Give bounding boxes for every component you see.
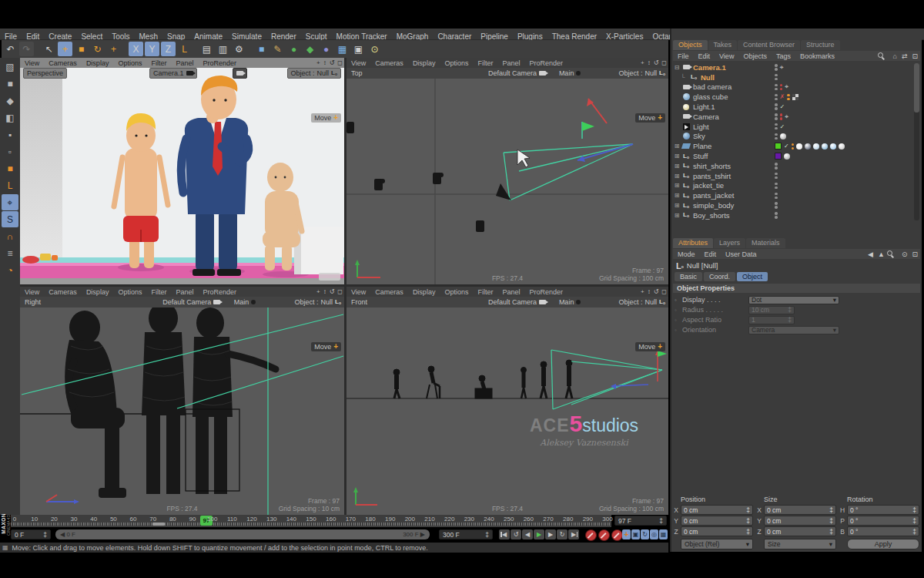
- viewport-menu-display[interactable]: Display: [408, 288, 440, 296]
- attr-stepper-field[interactable]: 10 cm‡: [748, 306, 795, 314]
- camera-icon[interactable]: ▣: [351, 42, 366, 56]
- primitive-cube-icon[interactable]: ■: [254, 42, 269, 56]
- visibility-dots-icon[interactable]: [780, 113, 783, 120]
- viewport-menu-prorender[interactable]: ProRender: [524, 59, 567, 67]
- collapse-icon[interactable]: ⊟: [673, 64, 681, 71]
- attr-prefix-icon[interactable]: ◦: [675, 307, 682, 314]
- tree-row-stuff[interactable]: ⊞LoStuff: [673, 151, 913, 161]
- disabled-x-icon[interactable]: ✗: [780, 93, 785, 100]
- play-preview-button[interactable]: ↺: [511, 529, 521, 539]
- viewport-menu-cameras[interactable]: Cameras: [44, 288, 82, 296]
- render-settings-icon[interactable]: ⚙: [232, 42, 246, 56]
- material-tag-icon[interactable]: [796, 143, 802, 150]
- coord-system-icon[interactable]: L: [177, 42, 192, 56]
- visibility-dots-icon[interactable]: [787, 94, 790, 101]
- viewport-menu-filter[interactable]: Filter: [473, 59, 497, 67]
- expand-icon[interactable]: ⊞: [673, 173, 681, 180]
- frame-icon[interactable]: ⊡: [909, 52, 920, 60]
- viewport-menu-panel[interactable]: Panel: [497, 59, 524, 67]
- viewport-menu-options[interactable]: Options: [440, 59, 473, 67]
- tree-row-light.1[interactable]: Light.1✓: [673, 102, 913, 112]
- viewport-label[interactable]: Right: [20, 298, 45, 306]
- search-icon[interactable]: [878, 52, 890, 60]
- attr-dropdown[interactable]: Dot▾: [748, 296, 839, 304]
- lock-icon[interactable]: ⊙: [899, 250, 910, 258]
- visibility-dots-icon[interactable]: [792, 143, 795, 150]
- expand-icon[interactable]: ⊞: [673, 163, 681, 170]
- target-tag-icon[interactable]: ⌖: [785, 113, 788, 121]
- viewport-menu-view[interactable]: View: [20, 59, 44, 67]
- viewport-menu-cameras[interactable]: Cameras: [44, 59, 82, 67]
- coord-field[interactable]: 0 °‡: [847, 505, 919, 515]
- zoom-view-icon[interactable]: ↕: [646, 288, 652, 295]
- tree-row-sky[interactable]: Sky: [673, 132, 913, 142]
- record-pla-toggle[interactable]: ▦: [659, 529, 668, 539]
- menu-mode[interactable]: Mode: [673, 250, 700, 258]
- magnet-icon[interactable]: ∩: [2, 228, 18, 244]
- tree-row-pants_tshirt[interactable]: ⊞Lopants_tshirt: [673, 171, 913, 181]
- viewport-camera-selector[interactable]: Default Camera: [488, 69, 546, 77]
- last-tool-icon[interactable]: +: [106, 42, 121, 56]
- tab-objects[interactable]: Objects: [673, 40, 708, 50]
- end-frame-field[interactable]: 300 F‡: [439, 529, 493, 539]
- enabled-check-icon[interactable]: ✓: [780, 123, 785, 130]
- viewport-menu-view[interactable]: View: [346, 288, 370, 296]
- stepper-icon[interactable]: ‡: [43, 531, 47, 539]
- hud-move-tool[interactable]: Move+: [311, 342, 341, 351]
- pan-view-icon[interactable]: +: [639, 59, 646, 66]
- next-frame-button[interactable]: ▶: [545, 529, 556, 539]
- tree-scrollbar[interactable]: [914, 63, 919, 220]
- coord-field[interactable]: 0 cm‡: [764, 505, 836, 515]
- expand-icon[interactable]: ⊞: [673, 182, 681, 189]
- viewport-menu-options[interactable]: Options: [113, 288, 146, 296]
- viewport-menu-view[interactable]: View: [346, 59, 370, 67]
- viewport-menu-view[interactable]: View: [20, 288, 44, 296]
- redo-icon[interactable]: ↷: [19, 42, 34, 56]
- maximize-view-icon[interactable]: ◻: [336, 59, 344, 66]
- maximize-view-icon[interactable]: ◻: [660, 59, 668, 66]
- visibility-dots-icon[interactable]: [775, 103, 778, 110]
- workplane-mode-icon[interactable]: ◧: [2, 109, 18, 126]
- coord-field[interactable]: 0 cm‡: [681, 526, 753, 536]
- coord-dropdown-objectrel[interactable]: Object (Rel)▾: [681, 539, 753, 549]
- hud-move-tool[interactable]: Move+: [311, 113, 341, 123]
- forward-icon[interactable]: ▲: [875, 250, 887, 258]
- viewport-menu-prorender[interactable]: ProRender: [198, 59, 241, 67]
- viewport-menu-cameras[interactable]: Cameras: [370, 59, 408, 67]
- spline-pen-icon[interactable]: ✎: [270, 42, 285, 56]
- make-editable-icon[interactable]: ▧: [2, 59, 18, 75]
- stepper-icon[interactable]: ‡: [912, 517, 916, 525]
- rotate-tool-icon[interactable]: ↻: [90, 42, 105, 56]
- stepper-icon[interactable]: ‡: [912, 528, 916, 536]
- viewport-menu-panel[interactable]: Panel: [497, 288, 524, 296]
- viewport-menu-prorender[interactable]: ProRender: [198, 288, 241, 296]
- target-tag-icon[interactable]: ⌖: [785, 82, 788, 91]
- visibility-dots-icon[interactable]: [775, 64, 778, 71]
- snap-icon[interactable]: S: [2, 211, 18, 227]
- coord-field[interactable]: 0 cm‡: [764, 516, 836, 526]
- material-tag-icon[interactable]: [839, 143, 845, 150]
- menu-bookmarks[interactable]: Bookmarks: [795, 52, 839, 60]
- material-tag-icon[interactable]: [780, 133, 786, 139]
- locked-workplane-icon[interactable]: ◔: [2, 262, 18, 278]
- frame-icon[interactable]: ⊡: [909, 250, 920, 258]
- coord-field[interactable]: 0 °‡: [847, 526, 919, 536]
- expand-icon[interactable]: ⊞: [673, 153, 681, 160]
- menu-edit[interactable]: Edit: [694, 52, 715, 60]
- current-frame-field[interactable]: 97 F‡: [614, 516, 667, 526]
- menu-edit[interactable]: Edit: [700, 250, 721, 258]
- render-picture-viewer-icon[interactable]: ▥: [216, 42, 230, 56]
- render-pass-selector[interactable]: Main: [234, 298, 256, 306]
- viewport-right[interactable]: ViewCamerasDisplayOptionsFilterPanelProR…: [20, 287, 344, 515]
- stepper-icon[interactable]: ‡: [746, 517, 750, 525]
- layers-icon[interactable]: ≡: [2, 245, 18, 261]
- tab-attributes[interactable]: Attributes: [673, 238, 713, 248]
- rotate-view-icon[interactable]: ↺: [328, 288, 336, 295]
- environment-icon[interactable]: ▦: [335, 42, 350, 56]
- tree-row-camera[interactable]: Camera⌖: [673, 112, 913, 122]
- menu-objects[interactable]: Objects: [738, 52, 772, 60]
- chip-coord[interactable]: Coord.: [704, 272, 735, 281]
- points-mode-icon[interactable]: ▪: [2, 126, 18, 143]
- material-tag-icon[interactable]: [784, 153, 790, 160]
- zoom-view-icon[interactable]: ↕: [646, 59, 652, 66]
